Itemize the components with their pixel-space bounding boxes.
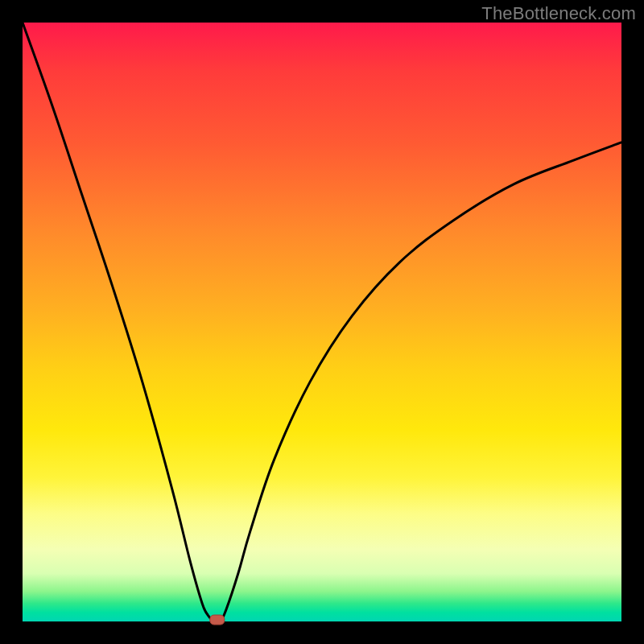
optimum-marker (210, 615, 225, 625)
chart-svg (23, 23, 621, 621)
chart-frame: TheBottleneck.com (0, 0, 644, 644)
bottleneck-curve (23, 23, 621, 623)
chart-plot-area (23, 23, 621, 621)
watermark-text: TheBottleneck.com (481, 3, 636, 24)
